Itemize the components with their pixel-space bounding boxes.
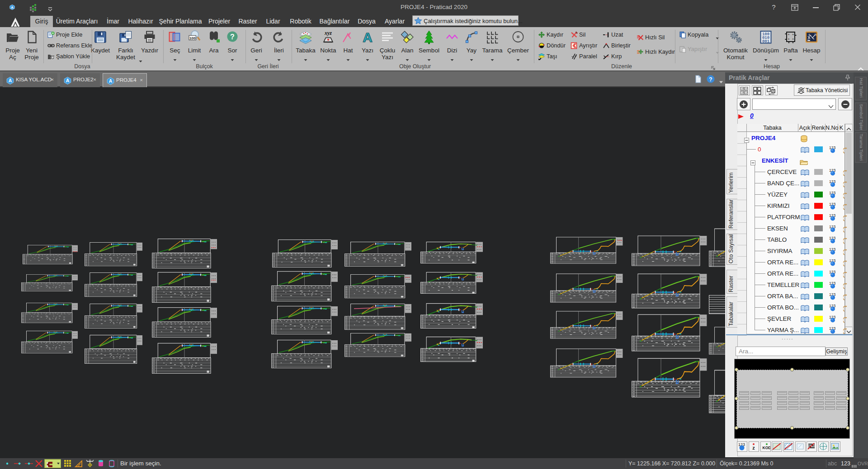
svg-text:?: ? xyxy=(709,76,712,83)
svg-text:+: + xyxy=(788,33,790,37)
svg-text:+: + xyxy=(792,37,794,41)
svg-text:xyz: xyz xyxy=(324,30,332,36)
svg-text:z: z xyxy=(752,445,755,450)
svg-text:100: 100 xyxy=(189,36,196,40)
svg-text:+: + xyxy=(788,37,790,41)
svg-text:+: + xyxy=(792,33,794,37)
svg-text:001: 001 xyxy=(762,39,770,44)
svg-text:KOD: KOD xyxy=(763,446,771,450)
svg-text:?: ? xyxy=(230,33,235,41)
svg-text:A: A xyxy=(109,78,113,84)
svg-text:h: h xyxy=(815,33,816,36)
svg-text:A: A xyxy=(66,78,70,83)
svg-text:A: A xyxy=(9,78,12,83)
svg-text:A: A xyxy=(363,30,373,44)
